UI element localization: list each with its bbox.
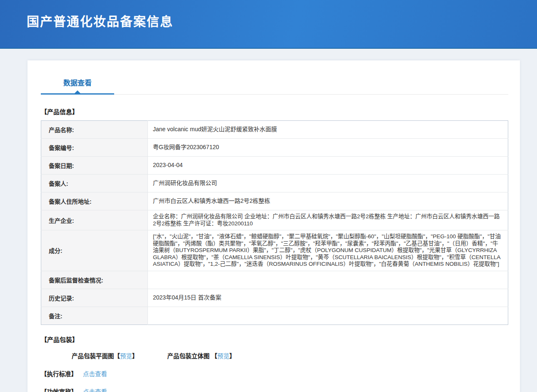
efficacy-title: 【功效宣称】: [41, 389, 77, 392]
row-label: 备案后监督检查情况:: [41, 271, 148, 289]
packaging-line: 产品包装平面图【预览】 产品包装立体图 【预览】: [72, 351, 508, 360]
row-value: Jane volcanic mud妍泥火山泥舒缓紧致补水面膜: [148, 121, 508, 139]
row-value: 企业名称：广州润研化妆品有限公司 企业地址：广州市白云区人和镇秀水塘西一路2号2…: [148, 210, 508, 230]
packaging-flat-item: 产品包装平面图【预览】: [72, 353, 140, 360]
tab-active-underline: [41, 93, 114, 95]
row-label: 备案人:: [41, 175, 148, 192]
table-row-filer-address: 备案人住所地址: 广州市白云区人和镇秀水塘西一路2号2栋整栋: [41, 192, 508, 210]
row-value: 粤G妆网备字2023067120: [148, 139, 508, 157]
bracket-open: 【: [211, 353, 217, 360]
table-row-ingredients: 成分: ["水"，"火山泥"，"甘油"，"液体石蜡"，"鲸蜡硬脂醇"，"聚二甲基…: [41, 230, 508, 271]
page-title: 国产普通化妆品备案信息: [0, 0, 537, 30]
row-value: [148, 307, 508, 325]
product-info-table: 产品名称: Jane volcanic mud妍泥火山泥舒缓紧致补水面膜 备案编…: [41, 120, 508, 325]
row-label: 成分:: [41, 230, 148, 271]
tab-active-arrow-icon: [75, 90, 80, 93]
content-card: 数据查看 【产品信息】 产品名称: Jane volcanic mud妍泥火山泥…: [27, 60, 520, 392]
table-row-supervision: 备案后监督检查情况:: [41, 271, 508, 289]
page-header: 国产普通化妆品备案信息: [0, 0, 537, 49]
table-row-filer: 备案人: 广州润研化妆品有限公司: [41, 175, 508, 192]
row-value: [148, 271, 508, 289]
efficacy-view-link[interactable]: 点击查看: [83, 389, 107, 392]
row-value: 广州市白云区人和镇秀水塘西一路2号2栋整栋: [148, 192, 508, 210]
row-label: 备案人住所地址:: [41, 192, 148, 210]
bracket-open: 【: [114, 353, 120, 360]
table-row-manufacturer: 生产企业: 企业名称：广州润研化妆品有限公司 企业地址：广州市白云区人和镇秀水塘…: [41, 210, 508, 230]
standard-line: 【执行标准】点击查看: [41, 369, 508, 378]
tab-data-view[interactable]: 数据查看: [41, 73, 114, 94]
section-title-packaging: 【产品包装】: [41, 335, 508, 344]
table-row-product-name: 产品名称: Jane volcanic mud妍泥火山泥舒缓紧致补水面膜: [41, 121, 508, 139]
row-value: ["水"，"火山泥"，"甘油"，"液体石蜡"，"鲸蜡硬脂醇"，"聚二甲基硅氧烷"…: [148, 230, 508, 271]
packaging-3d-item: 产品包装立体图 【预览】: [167, 353, 236, 360]
bracket-close: 】: [230, 353, 236, 360]
row-label: 生产企业:: [41, 210, 148, 230]
row-label: 备注:: [41, 307, 148, 325]
row-value: 广州润研化妆品有限公司: [148, 175, 508, 192]
row-value: 2023年04月15日 首次备案: [148, 289, 508, 307]
bracket-close: 】: [132, 353, 138, 360]
tab-data-view-label: 数据查看: [63, 79, 92, 87]
section-title-product-info: 【产品信息】: [41, 107, 508, 116]
table-row-history: 历史记录: 2023年04月15日 首次备案: [41, 289, 508, 307]
standard-title: 【执行标准】: [41, 371, 77, 377]
row-label: 历史记录:: [41, 289, 148, 307]
table-row-filing-date: 备案日期: 2023-04-04: [41, 157, 508, 175]
packaging-flat-label: 产品包装平面图: [72, 353, 114, 360]
row-value: 2023-04-04: [148, 157, 508, 175]
packaging-flat-preview-link[interactable]: 预览: [120, 353, 132, 360]
standard-view-link[interactable]: 点击查看: [83, 371, 107, 377]
row-label: 产品名称:: [41, 121, 148, 139]
packaging-3d-preview-link[interactable]: 预览: [217, 353, 230, 360]
efficacy-line: 【功效宣称】点击查看: [41, 387, 508, 392]
table-row-filing-number: 备案编号: 粤G妆网备字2023067120: [41, 139, 508, 157]
row-label: 备案编号:: [41, 139, 148, 157]
packaging-3d-label: 产品包装立体图: [167, 353, 212, 360]
tab-bar: 数据查看: [41, 73, 508, 95]
table-row-remarks: 备注:: [41, 307, 508, 325]
row-label: 备案日期:: [41, 157, 148, 175]
